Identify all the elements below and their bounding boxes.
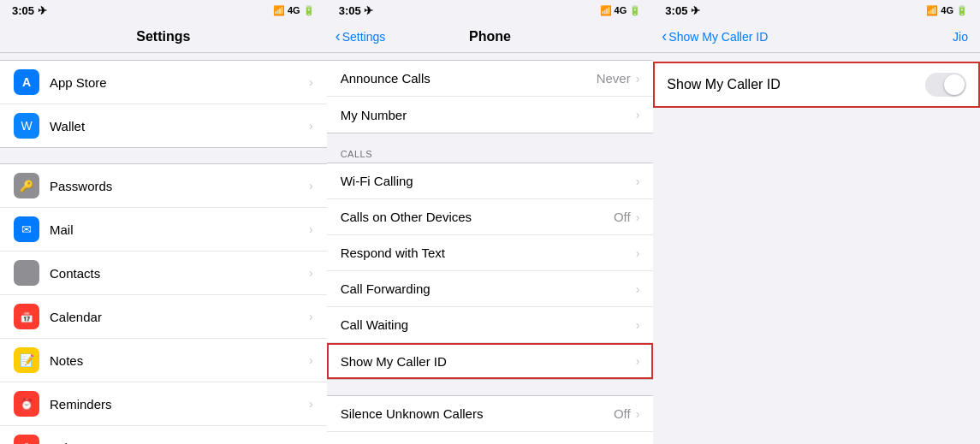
back-label: Settings — [342, 30, 386, 44]
call-blocking-item[interactable]: Call Blocking & Identification › — [327, 432, 654, 444]
silence-unknown-item[interactable]: Silence Unknown Callers Off › — [327, 396, 654, 432]
caller-id-back-label: Show My Caller ID — [668, 30, 768, 44]
chevron: › — [636, 282, 640, 296]
reminders-icon: ⏰ — [14, 391, 39, 417]
respond-text-label: Respond with Text — [341, 246, 636, 260]
show-caller-id-toggle[interactable] — [925, 73, 966, 97]
mail-icon: ✉ — [14, 216, 39, 242]
wallet-label: Wallet — [50, 119, 309, 133]
announce-calls-label: Announce Calls — [341, 71, 597, 86]
wifi-calling-item[interactable]: Wi-Fi Calling › — [327, 163, 654, 199]
voice-memos-label: Voice Memos — [50, 441, 309, 445]
chevron: › — [636, 318, 640, 332]
respond-text-item[interactable]: Respond with Text › — [327, 235, 654, 271]
chevron: › — [636, 108, 640, 121]
mail-label: Mail — [50, 222, 309, 237]
wallet-item[interactable]: W Wallet › — [0, 104, 327, 147]
wallet-icon: W — [14, 113, 39, 139]
notes-item[interactable]: 📝 Notes › — [0, 339, 327, 382]
calls-other-devices-label: Calls on Other Devices — [341, 210, 614, 224]
chevron: › — [309, 266, 313, 280]
settings-list: A App Store › W Wallet › 🔑 Passwords › ✉… — [0, 53, 327, 444]
notes-label: Notes — [50, 353, 309, 368]
caller-id-row: Show My Caller ID — [653, 62, 980, 108]
settings-group-2: 🔑 Passwords › ✉ Mail › Contacts › 📅 Cale… — [0, 163, 327, 444]
status-bar-2: 3:05 ✈ 📶 4G 🔋 — [327, 0, 654, 21]
time-2: 3:05 ✈ — [339, 4, 374, 17]
show-caller-id-label: Show My Caller ID — [341, 354, 636, 369]
app-store-label: App Store — [50, 75, 309, 90]
carrier-label: Jio — [953, 30, 968, 44]
chevron: › — [309, 119, 313, 133]
wifi-calling-label: Wi-Fi Calling — [341, 174, 636, 188]
phone-back-button[interactable]: ‹ Show My Caller ID — [662, 27, 768, 45]
chevron: › — [636, 354, 640, 368]
phone-panel: 3:05 ✈ 📶 4G 🔋 ‹ Settings Phone Announce … — [327, 0, 654, 444]
chevron: › — [636, 246, 640, 260]
call-forwarding-item[interactable]: Call Forwarding › — [327, 271, 654, 307]
caller-id-nav-bar: ‹ Show My Caller ID Jio — [653, 21, 980, 53]
voice-memos-item[interactable]: 🎙 Voice Memos › — [0, 426, 327, 444]
calls-group: Wi-Fi Calling › Calls on Other Devices O… — [327, 163, 654, 380]
chevron: › — [636, 175, 640, 188]
chevron: › — [309, 353, 313, 367]
my-number-item[interactable]: My Number › — [327, 97, 654, 133]
reminders-label: Reminders — [50, 397, 309, 411]
status-bar-3: 3:05 ✈ 📶 4G 🔋 — [653, 0, 980, 21]
caller-id-content: Show My Caller ID — [653, 53, 980, 444]
caller-id-panel: 3:05 ✈ 📶 4G 🔋 ‹ Show My Caller ID Jio Sh… — [653, 0, 980, 444]
phone-list: Announce Calls Never › My Number › CALLS… — [327, 53, 654, 444]
announce-calls-item[interactable]: Announce Calls Never › — [327, 61, 654, 97]
chevron: › — [636, 210, 640, 224]
chevron: › — [636, 407, 640, 421]
settings-back-button[interactable]: ‹ Settings — [336, 27, 386, 45]
time-1: 3:05 ✈ — [12, 4, 47, 17]
chevron: › — [636, 72, 640, 86]
call-forwarding-label: Call Forwarding — [341, 281, 636, 296]
contacts-icon — [14, 260, 39, 286]
calls-section: CALLS Wi-Fi Calling › Calls on Other Dev… — [327, 149, 654, 380]
nav-bar-1: Settings — [0, 21, 327, 53]
settings-panel: 3:05 ✈ 📶 4G 🔋 Settings A App Store › W W… — [0, 0, 327, 444]
chevron: › — [309, 179, 313, 192]
back-arrow-icon-2: ‹ — [662, 27, 667, 45]
time-3: 3:05 ✈ — [665, 4, 700, 17]
caller-id-row-label: Show My Caller ID — [667, 77, 925, 92]
voice-memos-icon: 🎙 — [14, 435, 39, 444]
chevron: › — [309, 441, 313, 444]
contacts-item[interactable]: Contacts › — [0, 252, 327, 295]
phone-title: Phone — [469, 29, 511, 44]
passwords-item[interactable]: 🔑 Passwords › — [0, 164, 327, 208]
silence-unknown-value: Off — [614, 406, 631, 421]
notes-icon: 📝 — [14, 347, 39, 373]
passwords-label: Passwords — [50, 179, 309, 193]
settings-group: A App Store › W Wallet › — [0, 60, 327, 148]
call-waiting-item[interactable]: Call Waiting › — [327, 307, 654, 343]
reminders-item[interactable]: ⏰ Reminders › — [0, 382, 327, 426]
settings-title: Settings — [136, 29, 190, 44]
show-caller-id-item[interactable]: Show My Caller ID › — [327, 343, 654, 379]
phone-group-1: Announce Calls Never › My Number › — [327, 60, 654, 133]
status-icons-1: 📶 4G 🔋 — [273, 5, 315, 16]
calendar-item[interactable]: 📅 Calendar › — [0, 295, 327, 339]
passwords-icon: 🔑 — [14, 173, 39, 198]
chevron: › — [309, 397, 313, 411]
phone-group-3: Silence Unknown Callers Off › Call Block… — [327, 395, 654, 444]
calendar-icon: 📅 — [14, 304, 39, 329]
status-icons-2: 📶 4G 🔋 — [600, 5, 642, 16]
contacts-label: Contacts — [50, 266, 309, 281]
silence-unknown-label: Silence Unknown Callers — [341, 406, 614, 421]
calls-other-devices-value: Off — [614, 210, 631, 224]
calls-section-header: CALLS — [327, 149, 654, 163]
status-bar-1: 3:05 ✈ 📶 4G 🔋 — [0, 0, 327, 21]
chevron: › — [309, 310, 313, 323]
calendar-label: Calendar — [50, 310, 309, 324]
app-store-icon: A — [14, 69, 39, 95]
calls-other-devices-item[interactable]: Calls on Other Devices Off › — [327, 199, 654, 235]
chevron: › — [309, 222, 313, 236]
status-icons-3: 📶 4G 🔋 — [926, 5, 968, 16]
phone-nav-bar: ‹ Settings Phone — [327, 21, 654, 53]
mail-item[interactable]: ✉ Mail › — [0, 208, 327, 252]
toggle-knob — [944, 74, 965, 95]
app-store-item[interactable]: A App Store › — [0, 61, 327, 104]
